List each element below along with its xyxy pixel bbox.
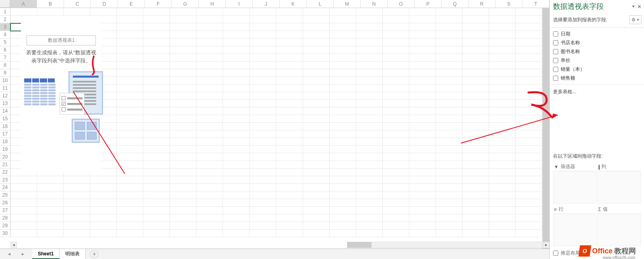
row-header-7[interactable]: 7 — [0, 54, 10, 62]
sheet-tab-明细表[interactable]: 明细表 — [60, 249, 86, 259]
field-label: 销量（本） — [561, 66, 585, 73]
column-header-K[interactable]: K — [280, 0, 307, 8]
area-filters[interactable]: ▼筛选器 — [553, 163, 597, 205]
column-header-H[interactable]: H — [199, 0, 226, 8]
row-header-8[interactable]: 8 — [0, 62, 10, 69]
column-header-N[interactable]: N — [361, 0, 388, 8]
row-header-4[interactable]: 4 — [0, 31, 10, 39]
defer-checkbox[interactable] — [553, 251, 558, 256]
row-header-28[interactable]: 28 — [0, 214, 10, 222]
areas-title: 在以下区域间拖动字段: — [550, 150, 644, 160]
row-header-15[interactable]: 15 — [0, 115, 10, 123]
mini-table-graphic — [24, 78, 56, 107]
panel-dropdown-icon[interactable]: ▼ — [632, 4, 635, 8]
watermark-url: www.office26.com — [603, 255, 635, 259]
row-header-25[interactable]: 25 — [0, 191, 10, 199]
panel-close-icon[interactable]: ✕ — [637, 4, 642, 10]
area-columns[interactable]: |||列 — [597, 163, 641, 205]
column-header-B[interactable]: B — [37, 0, 64, 8]
area-rows-label: 行 — [559, 206, 564, 213]
row-header-6[interactable]: 6 — [0, 46, 10, 54]
cells-area[interactable]: 数据透视表1 若要生成报表，请从"数据透视表字段列表"中选择字段。 — [10, 8, 542, 249]
field-item-0[interactable]: 日期 — [553, 30, 642, 37]
field-checkbox-0[interactable] — [553, 31, 558, 37]
column-header-G[interactable]: G — [172, 0, 199, 8]
area-filters-label: 筛选器 — [561, 163, 575, 170]
field-checkbox-2[interactable] — [553, 49, 558, 54]
row-header-3[interactable]: 3 — [0, 23, 10, 31]
row-header-26[interactable]: 26 — [0, 199, 10, 207]
field-checkbox-4[interactable] — [553, 67, 558, 72]
row-header-13[interactable]: 13 — [0, 100, 10, 107]
field-item-4[interactable]: 销量（本） — [553, 66, 642, 73]
column-header-A[interactable]: A — [10, 0, 37, 8]
tab-nav-next-icon[interactable]: ► — [21, 252, 25, 256]
column-header-J[interactable]: J — [253, 0, 280, 8]
row-header-16[interactable]: 16 — [0, 123, 10, 130]
row-header-23[interactable]: 23 — [0, 176, 10, 184]
column-header-L[interactable]: L — [307, 0, 334, 8]
row-header-29[interactable]: 29 — [0, 222, 10, 230]
row-header-21[interactable]: 21 — [0, 161, 10, 169]
column-header-R[interactable]: R — [469, 0, 495, 8]
app-container: ABCDEFGHIJKLMNOPQRST 1234567891011121314… — [0, 0, 644, 259]
field-label: 日期 — [561, 31, 570, 37]
pivot-table-placeholder[interactable]: 数据透视表1 若要生成报表，请从"数据透视表字段列表"中选择字段。 — [21, 16, 101, 173]
field-label: 销售额 — [561, 75, 575, 82]
column-header-F[interactable]: F — [145, 0, 172, 8]
column-header-T[interactable]: T — [522, 0, 549, 8]
add-sheet-button[interactable]: + — [90, 251, 99, 258]
row-header-20[interactable]: 20 — [0, 153, 10, 161]
field-label: 书店名称 — [561, 39, 580, 46]
row-header-2[interactable]: 2 — [0, 16, 10, 23]
row-header-17[interactable]: 17 — [0, 130, 10, 138]
field-checkbox-5[interactable] — [553, 76, 558, 81]
panel-settings-button[interactable]: ⚙ ▼ — [630, 15, 642, 24]
more-tables-link[interactable]: 更多表格... — [550, 84, 644, 99]
horizontal-scrollbar[interactable]: ◄ ► — [10, 241, 549, 249]
field-checkbox-1[interactable] — [553, 40, 558, 45]
column-header-P[interactable]: P — [415, 0, 442, 8]
field-item-2[interactable]: 图书名称 — [553, 48, 642, 55]
mini-checklist-graphic: ✓ — [60, 93, 85, 115]
values-icon: Σ — [598, 207, 601, 212]
row-header-18[interactable]: 18 — [0, 138, 10, 146]
watermark-brand1: Office — [592, 247, 613, 255]
vertical-scrollbar[interactable] — [542, 8, 549, 249]
tab-nav-buttons[interactable]: ◄ ► — [0, 252, 32, 256]
spreadsheet-area: ABCDEFGHIJKLMNOPQRST 1234567891011121314… — [0, 0, 549, 259]
sheet-tab-Sheet1[interactable]: Sheet1 — [32, 249, 60, 259]
row-headers: 1234567891011121314151617181920212223242… — [0, 8, 10, 249]
row-header-27[interactable]: 27 — [0, 207, 10, 214]
column-header-M[interactable]: M — [334, 0, 361, 8]
field-item-3[interactable]: 单价 — [553, 57, 642, 64]
column-header-I[interactable]: I — [226, 0, 253, 8]
row-header-30[interactable]: 30 — [0, 230, 10, 237]
select-all-corner[interactable] — [0, 0, 10, 8]
column-header-E[interactable]: E — [118, 0, 145, 8]
row-header-19[interactable]: 19 — [0, 146, 10, 153]
row-header-10[interactable]: 10 — [0, 77, 10, 84]
area-columns-label: 列 — [601, 163, 606, 170]
field-item-5[interactable]: 销售额 — [553, 74, 642, 82]
column-header-C[interactable]: C — [64, 0, 91, 8]
row-header-14[interactable]: 14 — [0, 107, 10, 115]
column-header-D[interactable]: D — [91, 0, 118, 8]
row-header-24[interactable]: 24 — [0, 184, 10, 191]
column-header-Q[interactable]: Q — [442, 0, 469, 8]
filter-icon: ▼ — [554, 164, 559, 170]
row-header-22[interactable]: 22 — [0, 169, 10, 176]
office-logo-icon: O — [578, 245, 591, 257]
row-header-9[interactable]: 9 — [0, 69, 10, 77]
field-item-1[interactable]: 书店名称 — [553, 39, 642, 46]
area-rows[interactable]: ≡行 — [553, 206, 597, 247]
row-header-5[interactable]: 5 — [0, 39, 10, 46]
column-header-S[interactable]: S — [495, 0, 522, 8]
tab-nav-prev-icon[interactable]: ◄ — [7, 252, 11, 256]
row-header-1[interactable]: 1 — [0, 8, 10, 16]
row-header-11[interactable]: 11 — [0, 84, 10, 92]
column-header-O[interactable]: O — [388, 0, 415, 8]
row-header-12[interactable]: 12 — [0, 92, 10, 100]
field-checkbox-3[interactable] — [553, 58, 558, 63]
area-values[interactable]: Σ值 — [597, 206, 641, 247]
